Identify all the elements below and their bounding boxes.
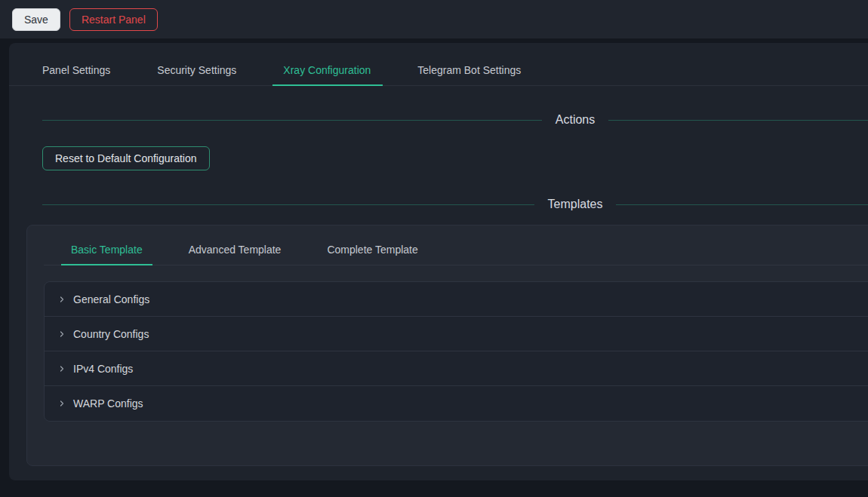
chevron-right-icon [57,294,67,305]
actions-divider-label: Actions [556,113,595,127]
tab-security-settings[interactable]: Security Settings [157,55,236,85]
tab-advanced-template[interactable]: Advanced Template [179,235,291,265]
collapse-item-ipv4-configs[interactable]: IPv4 Configs [45,351,868,386]
collapse-item-label: WARP Configs [73,397,143,410]
tab-xray-configuration[interactable]: Xray Configuration [283,55,371,85]
template-tabs: Basic Template Advanced Template Complet… [44,235,868,265]
save-button[interactable]: Save [12,8,60,31]
divider-line [608,120,868,121]
templates-divider-label: Templates [548,198,603,211]
collapse-item-general-configs[interactable]: General Configs [45,282,868,317]
tab-basic-template[interactable]: Basic Template [61,235,152,265]
tab-telegram-bot-settings[interactable]: Telegram Bot Settings [417,55,521,85]
collapse-item-label: Country Configs [73,328,149,340]
divider-line [42,204,534,205]
actions-divider: Actions [42,113,868,127]
collapse-item-label: IPv4 Configs [73,363,133,375]
main-tabs: Panel Settings Security Settings Xray Co… [9,55,868,86]
card-body: Actions Reset to Default Configuration T… [9,113,868,466]
templates-divider: Templates [42,198,868,211]
chevron-right-icon [57,329,67,339]
settings-card: Panel Settings Security Settings Xray Co… [9,43,868,480]
divider-line [616,204,868,205]
chevron-right-icon [57,398,67,409]
divider-line [42,120,542,121]
templates-card: Basic Template Advanced Template Complet… [26,225,868,466]
collapse-list: General Configs Country Configs [44,281,868,422]
tab-complete-template[interactable]: Complete Template [317,235,427,265]
topbar: Save Restart Panel [0,0,868,38]
collapse-item-label: General Configs [73,293,149,305]
collapse-item-country-configs[interactable]: Country Configs [45,317,868,351]
chevron-right-icon [57,364,67,374]
restart-panel-button[interactable]: Restart Panel [69,8,158,31]
page: Save Restart Panel Panel Settings Securi… [0,0,868,497]
content: Panel Settings Security Settings Xray Co… [0,38,868,480]
collapse-item-warp-configs[interactable]: WARP Configs [45,386,868,421]
reset-default-config-button[interactable]: Reset to Default Configuration [42,146,210,170]
tab-panel-settings[interactable]: Panel Settings [42,55,110,85]
